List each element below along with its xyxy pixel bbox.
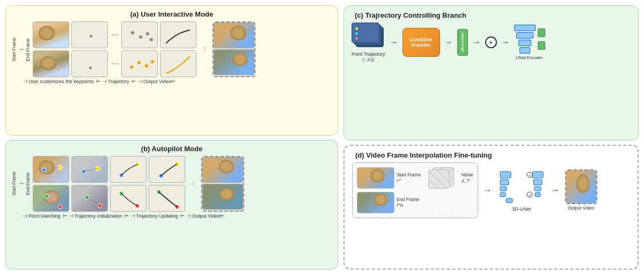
arrow-upd-right: ⊢ xyxy=(180,213,185,219)
frames-grid-a: ··· xyxy=(33,21,196,77)
frame-a-kp-1 xyxy=(71,21,108,48)
arrow-kp-right: ⊢ xyxy=(96,79,100,84)
noise-label: Noise xyxy=(462,172,473,177)
output-img-b-top xyxy=(202,157,243,183)
plus-circle: + xyxy=(485,36,497,48)
svg-point-6 xyxy=(145,64,148,68)
arrow-out-right: ⊢ xyxy=(171,79,175,84)
svg-rect-35 xyxy=(535,187,541,191)
svg-rect-29 xyxy=(500,180,509,185)
output-imgs-a xyxy=(214,23,254,76)
section-d: (d) Video Frame Interpolation Fine-tunin… xyxy=(343,145,639,270)
arrow-plus-to-unet: → xyxy=(501,38,510,47)
start-frame-img xyxy=(357,167,394,189)
svg-text:+: + xyxy=(528,193,531,198)
svg-point-5 xyxy=(137,61,141,64)
arrow-out2-left: ⊣ xyxy=(187,213,191,219)
arrow-to-3dunet: → xyxy=(484,185,492,195)
frames-row-b-top xyxy=(33,156,185,183)
section-c: (c) Trajrectory Controlling Branch xyxy=(343,5,639,140)
arrow-out-left: ⊣ xyxy=(138,79,142,84)
start-frame-img-bg xyxy=(357,168,394,188)
svg-rect-33 xyxy=(532,172,543,178)
end-frame-group: End Frame I^n xyxy=(357,192,473,213)
noise-math: z_T xyxy=(462,178,473,183)
arrow-kp-left: ⊣ xyxy=(23,79,27,84)
trajectory-label-a: Trajectory xyxy=(108,79,129,84)
start-frame-labels: Start Frame I⁰ xyxy=(397,172,421,183)
arrow-match-left: ⊣ xyxy=(23,213,27,219)
start-frame-label-a: Start Frame xyxy=(11,38,17,62)
section-b-content: Start Frame ↕ End Frame xyxy=(11,156,332,212)
frame-b-traj-update-1 xyxy=(149,156,185,183)
frame-b-traj-update-2 xyxy=(149,185,185,212)
frames-row-a-bot: ··· xyxy=(33,50,196,77)
svg-text:+: + xyxy=(528,173,531,178)
arrow-init-right: ⊢ xyxy=(125,213,129,219)
frame-b-match-1 xyxy=(71,156,108,183)
pt-card-1 xyxy=(352,23,379,43)
frame-a-kp-2 xyxy=(121,21,158,48)
noise-labels: Noise z_T xyxy=(462,172,473,183)
arrow-traj-right: ⊢ xyxy=(131,79,136,84)
output-video-img xyxy=(566,170,596,203)
plus-symbol: + xyxy=(488,38,493,47)
pt-dot-1 xyxy=(355,27,358,30)
updating-label: Trajectory Updating xyxy=(136,213,178,219)
green-block-enc-1 xyxy=(538,28,545,37)
right-panel: (c) Trajrectory Controlling Branch xyxy=(343,5,639,270)
section-d-title: (d) Video Frame Interpolation Fine-tunin… xyxy=(352,151,630,159)
svg-rect-36 xyxy=(535,192,540,197)
svg-point-3 xyxy=(150,38,153,41)
arrow-init-left: ⊣ xyxy=(69,213,74,219)
vertical-label-a: Start Frame ↕ End Frame xyxy=(11,38,31,62)
dots-vertical-a: ··· xyxy=(201,47,208,52)
arrow-upd-left: ⊣ xyxy=(131,213,135,219)
enc-block-1 xyxy=(514,25,536,31)
pt-dots xyxy=(355,27,358,40)
output-label-a: Output Video xyxy=(143,79,171,84)
frame-a-kp-4 xyxy=(121,50,158,77)
green-blocks-enc xyxy=(538,28,545,50)
end-frame-img xyxy=(357,192,394,213)
pt-stack-wrapper xyxy=(352,23,385,50)
section-a-title: (a) User Interactive Mode xyxy=(11,10,332,18)
svg-point-7 xyxy=(151,60,154,63)
init-label: Trajectory Initialization xyxy=(75,213,122,219)
unet-enc-group: UNet Encoder xyxy=(514,25,545,60)
keypoints-label: User customizes the keypoints xyxy=(28,79,94,84)
main-container: (a) User Interactive Mode Start Frame ↕ … xyxy=(0,0,644,275)
frame-a-kp-3 xyxy=(71,50,108,77)
end-frame-img-bg xyxy=(357,192,394,213)
dots-vertical-b: ··· xyxy=(189,179,197,189)
frame-b-match-2 xyxy=(71,185,108,212)
enc-block-2 xyxy=(516,32,533,39)
start-frame-label-b: Start Frame xyxy=(11,172,17,196)
output-img-a-top xyxy=(214,23,254,48)
svg-rect-31 xyxy=(500,192,506,197)
frames-row-a-top: ··· xyxy=(33,21,196,48)
svg-rect-28 xyxy=(500,172,511,178)
output-imgs-b xyxy=(202,157,243,211)
noise-card-front xyxy=(428,169,450,189)
section-b-title: (b) Autopilot Mode xyxy=(11,145,332,153)
enc-block-3 xyxy=(518,40,531,46)
output-group-b xyxy=(199,156,244,212)
zero-conv-label: zero-conv xyxy=(460,33,465,51)
arrow-traj-left: ⊣ xyxy=(103,79,107,84)
end-frame-math: I^n xyxy=(397,203,419,208)
svg-point-1 xyxy=(139,35,142,39)
zero-conv-group: zero-conv xyxy=(457,29,468,56)
output-video-group: Output Video xyxy=(565,169,597,211)
frames-grid-b xyxy=(33,156,185,212)
svg-point-2 xyxy=(146,32,149,35)
unet-enc-label: UNet Encoder xyxy=(516,55,543,60)
svg-rect-30 xyxy=(500,187,507,191)
section-c-content: Point Trajectory c_traj → Condition Enco… xyxy=(352,23,631,62)
end-frame-labels: End Frame I^n xyxy=(397,197,419,208)
output-video-label: Output Video xyxy=(568,205,594,211)
frame-a-dog-1 xyxy=(33,21,69,48)
noise-stack xyxy=(428,167,455,189)
frame-b-dog-2 xyxy=(33,185,69,212)
svg-rect-32 xyxy=(506,198,513,203)
